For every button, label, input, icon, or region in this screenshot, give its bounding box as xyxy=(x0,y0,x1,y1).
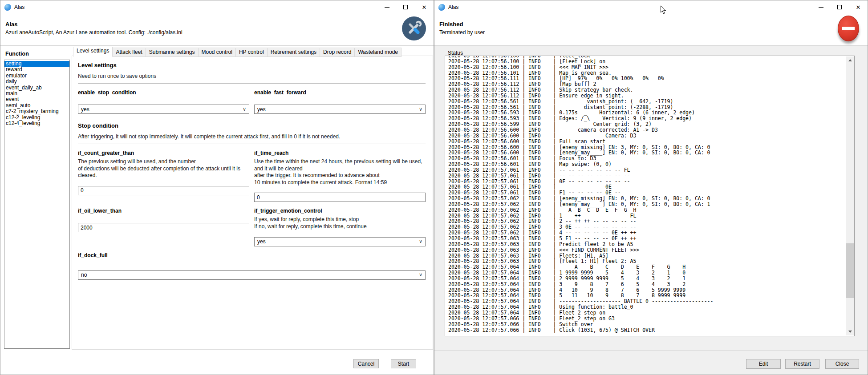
sidebar-item[interactable]: c12-2_leveling xyxy=(4,115,69,121)
level-settings-panel: Level settings Need to run once to save … xyxy=(72,56,433,350)
log-line: 2020-05-28 12:07:57.066 | INFO | Switch … xyxy=(448,322,854,327)
log-line: 2020-05-28 12:07:57.062 | INFO | [enemy_… xyxy=(448,202,854,207)
log-line: 2020-05-28 12:07:57.066 | INFO | Click (… xyxy=(448,327,854,333)
log-line: 2020-05-28 12:07:57.064 | INFO | Fleet 2… xyxy=(448,310,854,316)
field-label: enable_fast_forward xyxy=(254,89,426,96)
log-line: 2020-05-28 12:07:57.063 | INFO | Predict… xyxy=(448,242,854,247)
status-label: Status xyxy=(448,50,463,56)
maximize-icon xyxy=(837,5,842,9)
tools-icon xyxy=(402,16,426,40)
field-if-dock-full: if_dock_full no ∨ xyxy=(78,246,426,280)
sidebar-item[interactable]: setting xyxy=(4,61,69,67)
right-header: Finished Terminated by user xyxy=(434,14,868,46)
sidebar-item[interactable]: emulator xyxy=(4,73,69,79)
field-if-count-greater-than: if_count_greater_than The previous setti… xyxy=(78,144,249,202)
right-titlebar: Alas ✕ xyxy=(434,0,868,14)
if-oil-lower-than-input[interactable] xyxy=(78,223,249,232)
status-title: Finished xyxy=(439,21,463,28)
edit-button[interactable]: Edit xyxy=(746,359,781,369)
status-area: Status 2020-05-28 12:07:56.100 | INFO | … xyxy=(434,46,868,375)
maximize-button[interactable] xyxy=(396,0,415,14)
settings-tabs: Level settingsAttack fleetSubmarine sett… xyxy=(73,48,402,57)
log-line: 2020-05-28 12:07:56.600 | INFO | camera … xyxy=(448,127,854,133)
log-line: 2020-05-28 12:07:57.063 | INFO | 5 F1 --… xyxy=(448,236,854,242)
sidebar-item[interactable]: event xyxy=(4,97,69,102)
scrollbar-thumb[interactable] xyxy=(846,243,854,298)
app-icon xyxy=(438,4,445,11)
field-if-oil-lower-than: if_oil_lower_than xyxy=(78,202,249,246)
field-label: if_oil_lower_than xyxy=(78,208,249,214)
field-enable-fast-forward: enable_fast_forward yes ∨ xyxy=(254,84,426,114)
sidebar-item[interactable]: main xyxy=(4,91,69,97)
log-line: 2020-05-28 12:07:56.561 | INFO | vanish_… xyxy=(448,99,854,105)
select-value: yes xyxy=(257,106,266,113)
tab[interactable]: HP control xyxy=(236,48,268,57)
sidebar-item[interactable]: daily xyxy=(4,79,69,85)
scroll-up-button[interactable] xyxy=(846,56,854,64)
select-value: yes xyxy=(257,238,266,245)
log-line: 2020-05-28 12:07:57.066 | INFO | Fleet_2… xyxy=(448,316,854,322)
minimize-button[interactable] xyxy=(811,0,830,14)
close-button[interactable]: ✕ xyxy=(849,0,868,14)
log-line: 2020-05-28 12:07:56.600 | INFO | Full sc… xyxy=(448,139,854,145)
chevron-down-icon: ∨ xyxy=(419,238,422,244)
log-line: 2020-05-28 12:07:57.061 | INFO | -- -- -… xyxy=(448,173,854,179)
log-scrollbar[interactable] xyxy=(846,56,854,335)
log-line: 2020-05-28 12:07:56.112 | INFO | Ensure … xyxy=(448,93,854,99)
log-line: 2020-05-28 12:07:56.112 | INFO | Skip st… xyxy=(448,87,854,93)
page-title: Alas xyxy=(5,21,17,28)
minimize-button[interactable] xyxy=(377,0,396,14)
log-line: 2020-05-28 12:07:57.064 | INFO | 1 9999 … xyxy=(448,270,854,276)
sidebar-item[interactable]: c7-2_mystery_farming xyxy=(4,109,69,114)
start-button[interactable]: Start xyxy=(391,359,416,368)
close-button[interactable]: ✕ xyxy=(415,0,434,14)
if-dock-full-select[interactable]: no ∨ xyxy=(78,270,426,280)
if-count-greater-than-input[interactable] xyxy=(78,186,249,195)
sidebar-item[interactable]: reward xyxy=(4,67,69,73)
left-titlebar: Alas ✕ xyxy=(0,0,434,14)
if-time-reach-input[interactable] xyxy=(254,193,426,202)
sidebar-item[interactable]: c12-4_leveling xyxy=(4,121,69,126)
section-title-stop-condition: Stop condition xyxy=(78,122,426,129)
close-icon: ✕ xyxy=(422,4,427,10)
section-desc-level-settings: Need to run once to save options xyxy=(78,73,426,79)
log-output[interactable]: 2020-05-28 12:07:56.100 | INFO | fleet_l… xyxy=(445,56,855,336)
select-value: no xyxy=(81,272,87,278)
enable-fast-forward-select[interactable]: yes ∨ xyxy=(254,105,426,114)
field-enable-stop-condition: enable_stop_condition yes ∨ xyxy=(78,84,249,114)
close-session-button[interactable]: Close xyxy=(825,359,859,369)
status-subtitle: Terminated by user xyxy=(439,29,485,36)
sidebar-item[interactable]: semi_auto xyxy=(4,103,69,109)
close-icon: ✕ xyxy=(856,4,861,10)
cancel-button[interactable]: Cancel xyxy=(353,359,379,368)
if-trigger-emotion-control-select[interactable]: yes ∨ xyxy=(254,237,426,246)
app-icon xyxy=(4,4,11,11)
scroll-down-button[interactable] xyxy=(846,328,854,335)
restart-button[interactable]: Restart xyxy=(785,359,819,369)
field-if-trigger-emotion-control: if_trigger_emotion_control If yes, wait … xyxy=(254,202,426,246)
tab[interactable]: Mood control xyxy=(199,48,236,57)
log-line: 2020-05-28 12:07:57.061 | INFO | -- -- -… xyxy=(448,167,854,173)
chevron-down-icon: ∨ xyxy=(419,106,422,112)
tab[interactable]: Submarine settings xyxy=(146,48,199,57)
log-line: 2020-05-28 12:07:56.100 | INFO | [Fleet_… xyxy=(448,59,854,65)
field-help: Use the time within the next 24 hours, t… xyxy=(254,158,426,186)
function-listbox[interactable]: settingrewardemulatordailyevent_daily_ab… xyxy=(4,60,70,349)
field-label: if_time_reach xyxy=(254,150,426,156)
enable-stop-condition-select[interactable]: yes ∨ xyxy=(78,105,249,114)
log-line: 2020-05-28 12:07:57.062 | INFO | A B C D… xyxy=(448,207,854,213)
log-line: 2020-05-28 12:07:57.063 | INFO | <<< FIN… xyxy=(448,247,854,253)
minimize-icon xyxy=(819,7,823,8)
tab[interactable]: Retirement settings xyxy=(268,48,320,57)
scroll-down-icon xyxy=(848,331,852,333)
log-line: 2020-05-28 12:07:57.062 | INFO | [enemy_… xyxy=(448,196,854,202)
tab[interactable]: Level settings xyxy=(73,47,113,57)
tab[interactable]: Drop record xyxy=(320,48,355,57)
function-label: Function xyxy=(5,51,29,57)
maximize-button[interactable] xyxy=(830,0,849,14)
field-help: If yes, wait for reply, complete this ti… xyxy=(254,216,426,230)
sidebar-item[interactable]: event_daily_ab xyxy=(4,85,69,91)
field-label: if_trigger_emotion_control xyxy=(254,208,426,214)
tab[interactable]: Attack fleet xyxy=(113,48,146,57)
tab[interactable]: Wasteland mode xyxy=(355,48,402,57)
